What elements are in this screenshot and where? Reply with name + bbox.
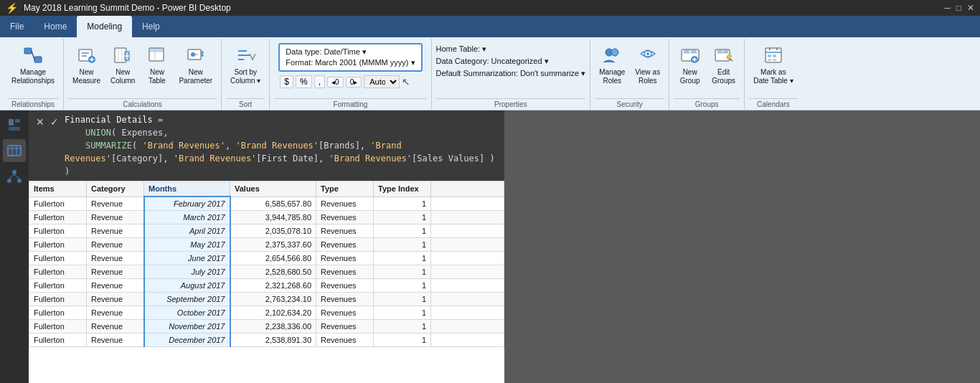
data-category-dropdown[interactable]: Data Category: Uncategorized ▾ <box>436 57 549 66</box>
decrease-decimal-button[interactable]: ◂0 <box>327 77 344 88</box>
dollar-button[interactable]: $ <box>280 75 293 88</box>
cell-months: August 2017 <box>144 279 230 293</box>
percent-button[interactable]: % <box>296 75 312 88</box>
sort-group-label: Sort <box>226 98 265 110</box>
table-row: Fullerton Revenue October 2017 2,102,634… <box>29 306 504 320</box>
new-column-button[interactable]: NewColumn <box>106 42 139 88</box>
cell-category: Revenue <box>87 211 144 224</box>
cell-values: 2,763,234.10 <box>230 293 316 306</box>
title-bar: ⚡ May 2018 Learning Summit Demo - Power … <box>0 0 980 16</box>
tab-help[interactable]: Help <box>132 16 170 37</box>
close-btn[interactable]: ✕ <box>967 3 974 13</box>
new-table-button[interactable]: NewTable <box>141 42 173 88</box>
formula-cancel-btn[interactable]: ✕ <box>34 115 46 129</box>
cell-items: Fullerton <box>29 224 87 238</box>
cell-values: 3,944,785.80 <box>230 211 316 224</box>
tab-file[interactable]: File <box>0 16 34 37</box>
calculations-group-label: Calculations <box>68 98 217 110</box>
cell-type: Revenues <box>316 197 374 211</box>
data-type-dropdown[interactable]: Data type: Date/Time ▾ <box>286 47 415 57</box>
sidebar-report-icon[interactable] <box>3 113 26 136</box>
left-sidebar <box>0 110 29 383</box>
col-months[interactable]: Months <box>144 181 230 197</box>
cell-type: Revenues <box>316 224 374 238</box>
manage-roles-button[interactable]: ManageRoles <box>595 42 629 88</box>
cell-category: Revenue <box>87 197 144 211</box>
data-type-label: Data type: Date/Time ▾ <box>286 47 367 57</box>
comma-button[interactable]: , <box>314 75 325 88</box>
col-typeindex[interactable]: Type Index <box>374 181 431 197</box>
ribbon-tabs: File Home Modeling Help <box>0 16 980 37</box>
table-row: Fullerton Revenue September 2017 2,763,2… <box>29 293 504 306</box>
svg-rect-1 <box>34 57 42 62</box>
cell-category: Revenue <box>87 306 144 320</box>
table-row: Fullerton Revenue June 2017 2,654,566.80… <box>29 252 504 265</box>
table-row: Fullerton Revenue December 2017 2,538,89… <box>29 334 504 347</box>
edit-groups-button[interactable]: EditGroups <box>707 42 740 88</box>
cell-values: 2,102,634.20 <box>230 306 316 320</box>
ribbon-group-relationships: ManageRelationships Relationships <box>3 39 64 110</box>
cell-typeindex: 1 <box>374 293 431 306</box>
cell-type: Revenues <box>316 252 374 265</box>
home-table-label: Home Table: ▾ <box>436 44 487 54</box>
cell-typeindex: 1 <box>374 334 431 347</box>
cell-category: Revenue <box>87 265 144 279</box>
minimize-btn[interactable]: ─ <box>944 3 951 13</box>
col-category[interactable]: Category <box>87 181 144 197</box>
cell-empty <box>431 320 504 334</box>
cell-months: November 2017 <box>144 320 230 334</box>
maximize-btn[interactable]: □ <box>956 3 961 13</box>
cell-category: Revenue <box>87 224 144 238</box>
auto-format-select[interactable]: Auto <box>364 75 400 88</box>
sidebar-table-icon[interactable] <box>3 139 26 162</box>
table-row: Fullerton Revenue April 2017 2,035,078.1… <box>29 224 504 238</box>
cell-months: April 2017 <box>144 224 230 238</box>
home-table-dropdown[interactable]: Home Table: ▾ <box>436 44 487 54</box>
svg-point-61 <box>12 170 17 174</box>
new-column-icon <box>111 44 134 67</box>
cell-values: 2,375,337.60 <box>230 238 316 252</box>
right-panel <box>504 110 980 383</box>
new-group-button[interactable]: NewGroup <box>674 42 706 88</box>
cell-values: 2,238,336.00 <box>230 320 316 334</box>
format-dropdown[interactable]: Format: March 2001 (MMMM yyyy) ▾ <box>286 58 415 67</box>
new-parameter-icon <box>184 44 207 67</box>
col-type[interactable]: Type <box>316 181 374 197</box>
col-items[interactable]: Items <box>29 181 87 197</box>
properties-group-label: Properties <box>436 98 586 110</box>
formatting-group-label: Formatting <box>274 98 426 110</box>
cell-typeindex: 1 <box>374 224 431 238</box>
cell-items: Fullerton <box>29 334 87 347</box>
svg-rect-19 <box>155 48 164 52</box>
col-values[interactable]: Values <box>230 181 316 197</box>
format-label: Format: March 2001 (MMMM yyyy) ▾ <box>286 58 415 67</box>
formula-text: Financial Details = UNION( Expenses, SUM… <box>65 113 499 178</box>
cell-typeindex: 1 <box>374 306 431 320</box>
col-empty <box>431 181 504 197</box>
sort-by-column-button[interactable]: Sort byColumn ▾ <box>226 42 265 88</box>
increase-decimal-button[interactable]: 0▸ <box>346 77 362 88</box>
cell-typeindex: 1 <box>374 238 431 252</box>
ribbon-group-security: ManageRoles View asRoles Security <box>590 39 669 110</box>
cell-months: December 2017 <box>144 334 230 347</box>
new-parameter-button[interactable]: NewParameter <box>174 42 217 88</box>
view-as-roles-button[interactable]: View asRoles <box>631 42 664 88</box>
new-measure-button[interactable]: NewMeasure <box>68 42 105 88</box>
formula-confirm-btn[interactable]: ✓ <box>49 115 60 129</box>
data-category-label: Data Category: Uncategorized ▾ <box>436 57 549 66</box>
tab-home[interactable]: Home <box>34 16 77 37</box>
tab-modeling[interactable]: Modeling <box>77 16 132 37</box>
cell-typeindex: 1 <box>374 252 431 265</box>
formula-line1: Financial Details = <box>65 115 163 125</box>
table-row: Fullerton Revenue February 2017 6,585,65… <box>29 197 504 211</box>
svg-point-30 <box>611 49 618 56</box>
cell-empty <box>431 265 504 279</box>
sidebar-model-icon[interactable] <box>3 165 26 188</box>
cell-values: 2,321,268.60 <box>230 279 316 293</box>
cell-values: 2,654,566.80 <box>230 252 316 265</box>
mark-as-date-table-button[interactable]: Mark asDate Table ▾ <box>749 42 797 88</box>
manage-relationships-button[interactable]: ManageRelationships <box>7 42 59 88</box>
cell-empty <box>431 334 504 347</box>
view-as-roles-icon <box>636 44 659 67</box>
default-summarization-dropdown[interactable]: Default Summarization: Don't summarize ▾ <box>436 69 586 78</box>
